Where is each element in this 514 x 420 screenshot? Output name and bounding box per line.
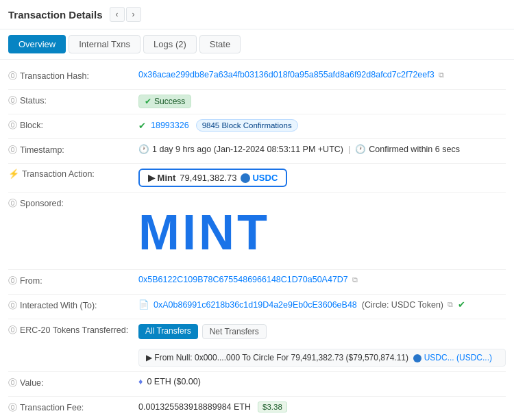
block-label: ⓪ Block: [8, 119, 138, 132]
usdc-badge: USDC [241, 173, 278, 183]
tab-overview[interactable]: Overview [8, 35, 66, 53]
timestamp-value: 🕐 1 day 9 hrs ago (Jan-12-2024 08:53:11 … [138, 144, 506, 154]
check-icon: ✔ [138, 121, 146, 131]
mint-prefix: ▶ Mint [148, 173, 175, 183]
tab-internal-txns[interactable]: Internal Txns [69, 35, 140, 53]
tab-logs[interactable]: Logs (2) [143, 35, 197, 53]
fee-label: ⓪ Transaction Fee: [8, 402, 138, 414]
mint-amount: 79,491,382.73 [180, 173, 236, 183]
block-row: ⓪ Block: ✔ 18993326 9845 Block Confirmat… [8, 114, 506, 139]
usdc-circle-icon2 [413, 354, 421, 362]
erc20-row: ⓪ ERC-20 Tokens Transferred: All Transfe… [8, 319, 506, 372]
transfer-text: ▶ From Null: 0x000....000 To Circle For … [146, 353, 408, 362]
info-icon3: ⓪ [8, 119, 17, 132]
nav-prev-button[interactable]: ‹ [110, 7, 125, 22]
fee-usd-badge: $3.38 [258, 402, 287, 412]
value-text: 0 ETH ($0.00) [147, 377, 201, 386]
sponsored-value: MINT [138, 197, 506, 264]
action-label: ⚡ Transaction Action: [8, 169, 138, 179]
status-badge: Success [138, 95, 191, 108]
transfer-row: ▶ From Null: 0x000....000 To Circle For … [138, 349, 506, 367]
eth-icon: ♦ [138, 377, 143, 386]
copy-icon3[interactable]: ⧉ [448, 300, 453, 309]
info-icon6: ⓪ [8, 275, 17, 287]
sponsored-label: ⓪ Sponsored: [8, 197, 138, 210]
info-icon8: ⓪ [8, 324, 17, 336]
mint-box: ▶ Mint 79,491,382.73 USDC [138, 169, 287, 187]
to-label2: (Circle: USDC Token) [362, 300, 443, 310]
info-icon2: ⓪ [8, 95, 17, 107]
action-value: ▶ Mint 79,491,382.73 USDC [138, 169, 506, 187]
status-row: ⓪ Status: Success [8, 90, 506, 114]
sponsored-row: ⓪ Sponsored: MINT [8, 193, 506, 270]
lightning-icon: ⚡ [8, 169, 19, 179]
from-label: ⓪ From: [8, 275, 138, 287]
value-value: ♦ 0 ETH ($0.00) [138, 377, 506, 386]
status-value: Success [138, 95, 506, 108]
from-value: 0x5B6122C109B78C6755486966148C1D70a50A47… [138, 275, 506, 284]
erc20-buttons: All Transfers Net Transfers ▶ From Null:… [138, 324, 506, 367]
info-icon7: ⓪ [8, 299, 17, 312]
tab-state[interactable]: State [199, 35, 241, 53]
page-container: Transaction Details ‹ › Overview Interna… [0, 0, 514, 420]
from-row: ⓪ From: 0x5B6122C109B78C6755486966148C1D… [8, 270, 506, 295]
fee-value: 0.001325583918889984 ETH $3.38 [138, 402, 506, 412]
from-address-link[interactable]: 0x5B6122C109B78C6755486966148C1D70a50A47… [138, 275, 348, 284]
transfer-token-link[interactable]: USDC... (USDC...) [424, 353, 492, 362]
timestamp-row: ⓪ Timestamp: 🕐 1 day 9 hrs ago (Jan-12-2… [8, 139, 506, 164]
copy-icon[interactable]: ⧉ [439, 71, 444, 79]
tab-bar: Overview Internal Txns Logs (2) State [0, 29, 514, 60]
tx-hash-link[interactable]: 0x36acae299db8e7a63a4fb03136d018f0a95a85… [138, 70, 435, 79]
nav-next-button[interactable]: › [126, 7, 141, 22]
page-header: Transaction Details ‹ › [0, 0, 514, 29]
fee-text: 0.001325583918889984 ETH [138, 402, 251, 412]
to-value: 📄 0xA0b86991c6218b36c1d19D4a2e9Eb0cE3606… [138, 299, 506, 310]
confirm-clock-icon: 🕐 [355, 144, 366, 154]
to-address-link[interactable]: 0xA0b86991c6218b36c1d19D4a2e9Eb0cE3606eB… [154, 300, 357, 310]
tx-hash-value: 0x36acae299db8e7a63a4fb03136d018f0a95a85… [138, 70, 506, 79]
block-value: ✔ 18993326 9845 Block Confirmations [138, 119, 506, 132]
info-icon: ⓪ [8, 70, 17, 82]
info-icon4: ⓪ [8, 144, 17, 156]
to-row: ⓪ Interacted With (To): 📄 0xA0b86991c621… [8, 295, 506, 319]
status-label: ⓪ Status: [8, 95, 138, 107]
all-transfers-button[interactable]: All Transfers [138, 324, 198, 339]
tx-hash-label: ⓪ Transaction Hash: [8, 70, 138, 82]
value-label: ⓪ Value: [8, 377, 138, 389]
timestamp-label: ⓪ Timestamp: [8, 144, 138, 156]
to-label: ⓪ Interacted With (To): [8, 299, 138, 312]
value-row: ⓪ Value: ♦ 0 ETH ($0.00) [8, 372, 506, 397]
erc20-label: ⓪ ERC-20 Tokens Transferred: [8, 324, 138, 336]
mint-big-text: MINT [138, 197, 270, 264]
info-icon9: ⓪ [8, 377, 17, 389]
tx-hash-row: ⓪ Transaction Hash: 0x36acae299db8e7a63a… [8, 65, 506, 90]
contract-icon: 📄 [138, 299, 149, 310]
info-icon5: ⓪ [8, 197, 17, 210]
net-transfers-button[interactable]: Net Transfers [202, 324, 267, 339]
confirm-badge: 9845 Block Confirmations [196, 119, 298, 132]
action-row: ⚡ Transaction Action: ▶ Mint 79,491,382.… [8, 164, 506, 193]
page-title: Transaction Details [8, 9, 103, 21]
main-content: ⓪ Transaction Hash: 0x36acae299db8e7a63a… [0, 60, 514, 420]
usdc-circle-icon [241, 173, 250, 183]
info-icon10: ⓪ [8, 402, 17, 414]
usdc-label: USDC [252, 173, 278, 183]
fee-row: ⓪ Transaction Fee: 0.001325583918889984 … [8, 397, 506, 420]
separator: | [348, 145, 350, 154]
verified-icon: ✔ [458, 299, 465, 310]
block-number-link[interactable]: 18993326 [151, 121, 189, 130]
clock-icon: 🕐 [138, 144, 149, 154]
copy-icon2[interactable]: ⧉ [352, 275, 358, 284]
